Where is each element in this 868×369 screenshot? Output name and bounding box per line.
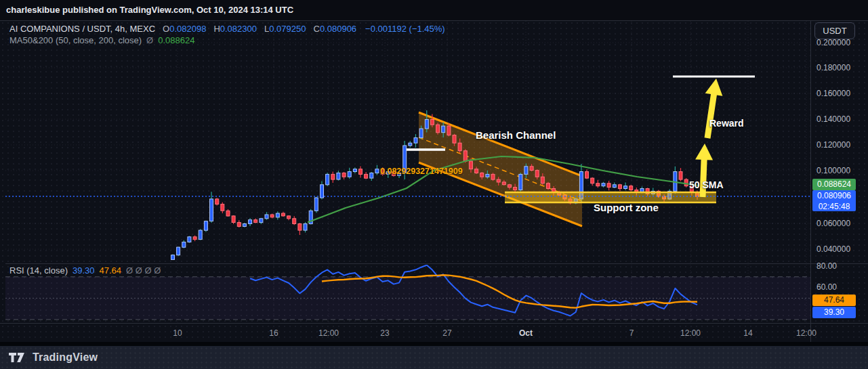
- support-zone-label[interactable]: Support zone: [594, 202, 659, 213]
- last-price-badge: 0.080906 02:45:48: [812, 190, 856, 211]
- eye-icon[interactable]: Ø: [146, 35, 153, 45]
- ohlc-close: C0.080906: [310, 24, 356, 34]
- time-tick-label: 16: [269, 328, 278, 338]
- price-tool-value[interactable]: 0.0829293271471909: [380, 167, 463, 176]
- price-tick-label: 0.120000: [817, 140, 850, 150]
- rsi-legend[interactable]: RSI (14, close) 39.30 47.64 Ø Ø Ø Ø: [9, 265, 161, 276]
- time-tick-label: 23: [380, 328, 389, 338]
- eye-icons[interactable]: Ø Ø Ø Ø: [126, 265, 161, 276]
- price-change: −0.001192 (−1.45%): [365, 24, 445, 34]
- currency-button[interactable]: USDT: [814, 22, 855, 39]
- ohlc-low: L0.079250: [262, 24, 306, 34]
- rsi-ma-badge: 47.64: [812, 295, 856, 306]
- footer-bar: TradingView: [0, 346, 868, 369]
- time-tick-label: 12:00: [318, 328, 339, 338]
- price-tick-label: 0.160000: [817, 89, 850, 98]
- time-tick-label: 14: [743, 328, 752, 338]
- ma-legend-name: MA50&200 (50, close, 200, close): [9, 35, 142, 45]
- ohlc-high: H0.082300: [211, 24, 257, 34]
- reward-label[interactable]: Reward: [709, 118, 744, 129]
- sma-label[interactable]: 50 SMA: [689, 179, 724, 190]
- time-tick-label: 10: [173, 328, 182, 338]
- price-tick-label: 80.00: [817, 261, 837, 271]
- price-tick-label: 0.040000: [817, 244, 850, 254]
- symbol-title: AI COMPANIONS / USDT, 4h, MEXC: [9, 24, 155, 34]
- price-tick-label: 0.060000: [817, 219, 850, 228]
- price-tick-label: 60.00: [817, 282, 837, 292]
- time-tick-label: 12:00: [680, 328, 701, 338]
- bearish-channel-label[interactable]: Bearish Channel: [476, 129, 556, 141]
- chart-canvas[interactable]: [0, 0, 868, 369]
- price-tick-label: 0.140000: [817, 114, 850, 124]
- time-tick-label: Oct: [519, 328, 533, 338]
- rsi-badge: 39.30: [812, 307, 856, 318]
- ohlc-open: O0.082098: [160, 24, 206, 34]
- time-tick-label: 7: [629, 328, 634, 338]
- footer-brand[interactable]: TradingView: [33, 351, 98, 364]
- tradingview-logo[interactable]: [9, 352, 27, 363]
- price-tick-label: 0.100000: [817, 166, 850, 175]
- rsi-legend-name: RSI (14, close): [9, 265, 68, 276]
- candle-countdown: 02:45:48: [812, 202, 856, 211]
- rsi-ma-value: 47.64: [100, 265, 122, 276]
- ma-legend-value: 0.088624: [158, 35, 194, 45]
- rsi-value: 39.30: [73, 265, 95, 276]
- ma-price-badge: 0.088624: [812, 179, 856, 190]
- tradingview-snapshot: charleskibue published on TradingView.co…: [0, 0, 868, 369]
- price-tick-label: 0.200000: [817, 38, 850, 47]
- time-tick-label: 12:00: [796, 328, 817, 338]
- time-tick-label: 27: [442, 328, 451, 338]
- symbol-legend[interactable]: AI COMPANIONS / USDT, 4h, MEXC O0.082098…: [9, 24, 445, 34]
- ma-legend[interactable]: MA50&200 (50, close, 200, close) Ø 0.088…: [9, 35, 194, 45]
- price-tick-label: 0.180000: [817, 63, 850, 72]
- arrow-up-icon[interactable]: [705, 79, 723, 139]
